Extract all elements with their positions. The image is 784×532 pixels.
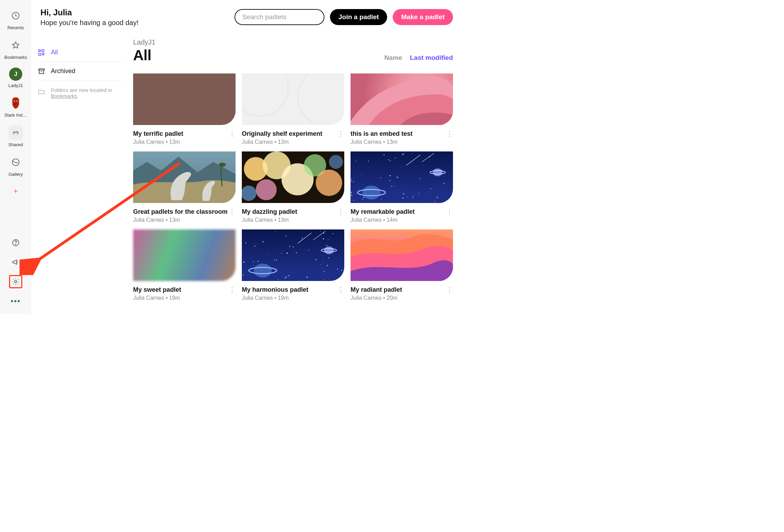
card-more-button[interactable]: ⋮ [337,286,344,294]
svg-rect-9 [42,49,44,52]
nav2-archived[interactable]: Archived [38,62,122,81]
svg-point-84 [433,169,443,176]
svg-point-26 [402,197,403,198]
svg-point-75 [351,181,352,181]
secondary-nav: All Archived Folders are now located in … [31,35,129,314]
padlet-thumbnail [242,73,344,125]
svg-point-50 [397,177,398,178]
svg-point-53 [436,197,437,197]
card-more-button[interactable]: ⋮ [337,130,344,138]
archive-icon [38,68,45,75]
svg-point-61 [401,167,401,167]
svg-point-73 [400,151,400,152]
svg-point-141 [289,275,290,276]
svg-point-22 [402,172,402,172]
svg-point-148 [254,264,272,277]
padlet-title: Great padlets for the classroom [133,208,229,216]
svg-point-126 [289,246,290,247]
card-more-button[interactable]: ⋮ [229,130,236,138]
svg-point-115 [258,261,259,262]
svg-point-134 [320,264,321,265]
card-more-button[interactable]: ⋮ [446,286,453,294]
nav2-note-link[interactable]: Bookmarks [51,93,77,99]
sort-modified[interactable]: Last modified [410,54,453,62]
svg-point-44 [403,193,404,194]
padlet-thumbnail [133,151,236,203]
card-more-button[interactable]: ⋮ [229,208,236,216]
card-more-button[interactable]: ⋮ [229,286,236,294]
rail-workspace-ladyj[interactable]: J LadyJ1 [0,68,31,88]
svg-point-147 [307,277,308,278]
padlet-title: My harmonious padlet [242,286,337,294]
svg-point-45 [391,186,392,186]
padlet-card[interactable]: this is an embed test ⋮ Julia Carnes • 1… [351,73,453,145]
padlet-title: My remarkable padlet [351,208,446,216]
svg-point-143 [312,229,312,230]
clock-icon [8,8,23,23]
svg-point-125 [323,233,324,234]
svg-point-32 [396,176,397,176]
svg-point-90 [302,260,303,261]
star-icon [8,38,23,53]
card-more-button[interactable]: ⋮ [337,208,344,216]
sort-name[interactable]: Name [384,54,402,62]
svg-point-70 [363,197,364,198]
padlet-meta: Julia Carnes • 13m [242,217,344,223]
padlet-title: My sweet padlet [133,286,229,294]
settings-button[interactable] [9,275,22,288]
svg-point-40 [435,187,435,187]
padlet-card[interactable]: Great padlets for the classroom ⋮ Julia … [133,151,236,223]
svg-point-18 [316,170,342,196]
padlet-card[interactable]: Originally shelf experiment ⋮ Julia Carn… [242,73,344,145]
nav2-archived-label: Archived [51,68,75,75]
padlet-card[interactable]: My sweet padlet ⋮ Julia Carnes • 19m [133,229,236,301]
rail-workspace-stark[interactable]: Stark Ind… [0,96,31,118]
more-button[interactable]: ••• [9,295,22,308]
rail-gallery[interactable]: Gallery [0,155,31,177]
padlet-title: Originally shelf experiment [242,130,337,138]
rail-bookmarks[interactable]: Bookmarks [0,38,31,60]
rail-gallery-label: Gallery [8,172,23,177]
padlet-card[interactable]: My radiant padlet ⋮ Julia Carnes • 20m [351,229,453,301]
nav2-note-text: Folders are now located in [51,87,112,93]
svg-point-7 [15,281,17,283]
padlet-thumbnail [133,229,236,281]
svg-point-142 [323,238,324,239]
svg-point-33 [413,196,414,196]
svg-point-11 [42,53,44,55]
help-button[interactable] [9,236,22,249]
svg-point-92 [254,245,255,247]
add-workspace-button[interactable] [9,185,22,198]
padlet-card[interactable]: My terrific padlet ⋮ Julia Carnes • 13m [133,73,236,145]
padlet-card[interactable]: My dazzling padlet ⋮ Julia Carnes • 13m [242,151,344,223]
svg-point-135 [268,254,268,254]
announcements-button[interactable] [9,256,22,269]
svg-point-67 [353,181,354,182]
card-more-button[interactable]: ⋮ [446,208,453,216]
rail-shared[interactable]: Shared [0,125,31,147]
svg-point-66 [388,159,389,161]
svg-point-58 [356,162,356,162]
svg-point-41 [418,201,419,201]
rail-recents[interactable]: Recents [0,8,31,30]
left-rail: Recents Bookmarks J LadyJ1 Stark Ind… Sh… [0,0,31,314]
svg-point-46 [358,176,358,176]
greeting-title: Hi, Julia [40,8,139,17]
padlet-card[interactable]: My remarkable padlet ⋮ Julia Carnes • 14… [351,151,453,223]
gear-icon [11,277,20,286]
page-title: All [133,47,151,64]
card-more-button[interactable]: ⋮ [446,130,453,138]
svg-point-43 [452,193,453,194]
svg-point-112 [256,244,256,244]
svg-point-104 [337,268,338,269]
padlet-card[interactable]: My harmonious padlet ⋮ Julia Carnes • 19… [242,229,344,301]
sort-controls: Name Last modified [384,54,453,62]
svg-point-71 [390,180,391,181]
svg-point-25 [394,194,395,194]
nav2-all[interactable]: All [38,43,122,62]
svg-point-8 [39,49,41,52]
padlet-title: My terrific padlet [133,130,229,138]
padlet-meta: Julia Carnes • 14m [351,217,453,223]
svg-point-88 [323,261,323,262]
svg-point-109 [323,271,324,272]
